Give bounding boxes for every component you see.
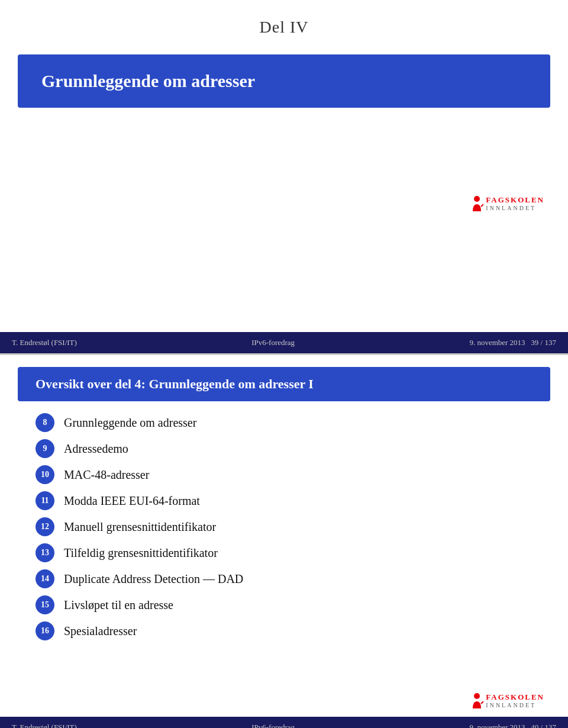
slide1-footer-center: IPv6-foredrag bbox=[251, 338, 295, 347]
list-item: 8Grunnleggende om adresser bbox=[36, 413, 532, 432]
slide2-footer-center: IPv6-foredrag bbox=[251, 723, 295, 728]
fagskolen-label: FAGSKOLEN bbox=[486, 195, 544, 205]
item-text: Tilfeldig grensesnittidentifikator bbox=[64, 546, 218, 560]
item-text: Spesialadresser bbox=[64, 624, 137, 638]
slide1-banner-text: Grunnleggende om adresser bbox=[41, 71, 255, 91]
svg-line-1 bbox=[481, 204, 483, 207]
slide1-banner: Grunnleggende om adresser bbox=[18, 54, 550, 108]
slide1-title: Del IV bbox=[260, 18, 309, 36]
svg-point-0 bbox=[474, 196, 480, 202]
item-badge: 10 bbox=[36, 465, 54, 484]
fagskolen-label-2: FAGSKOLEN bbox=[486, 692, 544, 702]
slide2-footer: T. Endrestøl (FSI/IT) IPv6-foredrag 9. n… bbox=[0, 717, 568, 728]
svg-point-2 bbox=[474, 693, 480, 699]
innlandet-label-2: INNLANDET bbox=[486, 702, 544, 708]
list-item: 13Tilfeldig grensesnittidentifikator bbox=[36, 543, 532, 562]
list-item: 10MAC-48-adresser bbox=[36, 465, 532, 484]
item-badge: 12 bbox=[36, 517, 54, 536]
slide1-footer-left: T. Endrestøl (FSI/IT) bbox=[12, 338, 77, 347]
slide1-title-section: Del IV bbox=[0, 0, 568, 43]
list-item: 9Adressedemo bbox=[36, 439, 532, 458]
list-item: 12Manuell grensesnittidentifikator bbox=[36, 517, 532, 536]
fagskolen-figure-icon bbox=[470, 196, 483, 211]
list-item: 16Spesialadresser bbox=[36, 621, 532, 640]
slide2-header-text: Oversikt over del 4: Grunnleggende om ad… bbox=[36, 376, 314, 391]
item-badge: 9 bbox=[36, 439, 54, 458]
slide2-header: Oversikt over del 4: Grunnleggende om ad… bbox=[18, 367, 550, 401]
list-item: 15Livsløpet til en adresse bbox=[36, 595, 532, 614]
item-text: Livsløpet til en adresse bbox=[64, 598, 173, 612]
slide2-content: 8Grunnleggende om adresser9Adressedemo10… bbox=[0, 401, 568, 659]
svg-line-3 bbox=[481, 701, 483, 704]
item-text: Grunnleggende om adresser bbox=[64, 416, 196, 430]
item-text: MAC-48-adresser bbox=[64, 468, 149, 482]
item-text: Manuell grensesnittidentifikator bbox=[64, 520, 216, 534]
slide-1: Del IV Grunnleggende om adresser FAGSKOL… bbox=[0, 0, 568, 355]
list-item: 14Duplicate Address Detection — DAD bbox=[36, 569, 532, 588]
item-badge: 16 bbox=[36, 621, 54, 640]
logo-top-right: FAGSKOLEN INNLANDET bbox=[470, 195, 544, 211]
slide1-footer: T. Endrestøl (FSI/IT) IPv6-foredrag 9. n… bbox=[0, 332, 568, 353]
slide-2: Oversikt over del 4: Grunnleggende om ad… bbox=[0, 367, 568, 728]
slide2-items-container: 8Grunnleggende om adresser9Adressedemo10… bbox=[36, 413, 532, 640]
list-item: 11Modda IEEE EUI-64-format bbox=[36, 491, 532, 510]
innlandet-label: INNLANDET bbox=[486, 205, 544, 211]
item-text: Adressedemo bbox=[64, 442, 128, 456]
slide2-footer-right: 9. november 2013 40 / 137 bbox=[469, 723, 556, 728]
item-badge: 13 bbox=[36, 543, 54, 562]
item-badge: 11 bbox=[36, 491, 54, 510]
slide2-footer-left: T. Endrestøl (FSI/IT) bbox=[12, 723, 77, 728]
item-text: Duplicate Address Detection — DAD bbox=[64, 572, 243, 586]
item-badge: 15 bbox=[36, 595, 54, 614]
item-badge: 8 bbox=[36, 413, 54, 432]
logo-bottom-right: FAGSKOLEN INNLANDET bbox=[470, 692, 544, 708]
item-text: Modda IEEE EUI-64-format bbox=[64, 494, 200, 508]
slide1-footer-right: 9. november 2013 39 / 137 bbox=[469, 338, 556, 347]
fagskolen-figure-icon-2 bbox=[470, 693, 483, 708]
item-badge: 14 bbox=[36, 569, 54, 588]
